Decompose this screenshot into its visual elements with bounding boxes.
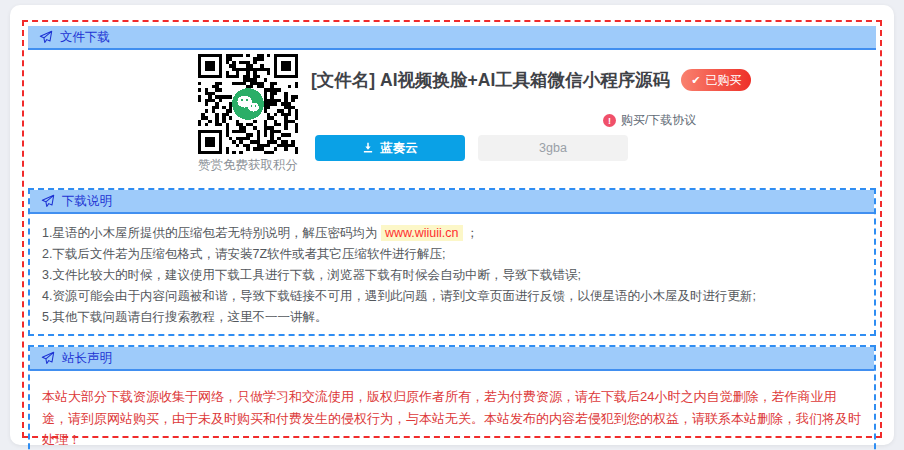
download-notes-body: 1.星语的小木屋所提供的压缩包若无特别说明，解压密码均为 www.wiiuii.… [30, 214, 874, 334]
qr-code [198, 54, 298, 154]
section-title: 站长声明 [62, 350, 112, 367]
section-title: 下载说明 [62, 193, 112, 210]
note-text: ； [463, 226, 479, 240]
download-button-lanzou[interactable]: 蓝奏云 [315, 135, 465, 161]
paper-plane-icon [41, 351, 55, 365]
info-icon: ! [603, 114, 616, 127]
download-notes-list: 1.星语的小木屋所提供的压缩包若无特别说明，解压密码均为 www.wiiuii.… [42, 223, 862, 328]
section-header-webmaster-statement: 站长声明 [30, 347, 874, 371]
list-item: 4.资源可能会由于内容问题被和谐，导致下载链接不可用，遇到此问题，请到文章页面进… [42, 286, 862, 307]
password-site-link[interactable]: www.wiiuii.cn [381, 225, 463, 241]
list-item: 3.文件比较大的时候，建议使用下载工具进行下载，浏览器下载有时候会自动中断，导致… [42, 265, 862, 286]
qr-block: 赞赏免费获取积分 [196, 54, 300, 174]
file-title: [文件名] AI视频换脸+AI工具箱微信小程序源码 [311, 68, 670, 92]
qr-caption: 赞赏免费获取积分 [196, 157, 300, 174]
download-button-3gba[interactable]: 3gba [478, 135, 628, 161]
section-header-file-download: 文件下载 [28, 26, 876, 50]
download-page-container: 文件下载 赞赏免费获取积分 [文件名] AI视频换脸+AI工具箱微信小程序源码 … [22, 20, 882, 438]
webmaster-statement-section: 站长声明 本站大部分下载资源收集于网络，只做学习和交流使用，版权归原作者所有，若… [28, 345, 876, 450]
list-item: 2.下载后文件若为压缩包格式，请安装7Z软件或者其它压缩软件进行解压; [42, 244, 862, 265]
download-notes-section: 下载说明 1.星语的小木屋所提供的压缩包若无特别说明，解压密码均为 www.wi… [28, 188, 876, 336]
page-card: 文件下载 赞赏免费获取积分 [文件名] AI视频换脸+AI工具箱微信小程序源码 … [10, 5, 894, 445]
paper-plane-icon [39, 30, 53, 44]
section-header-download-notes: 下载说明 [30, 190, 874, 214]
note-text: 1.星语的小木屋所提供的压缩包若无特别说明，解压密码均为 [42, 226, 381, 240]
list-item: 5.其他下载问题请自行搜索教程，这里不一一讲解。 [42, 307, 862, 328]
purchased-badge: ✔ 已购买 [681, 69, 751, 91]
paper-plane-icon [41, 194, 55, 208]
download-icon [362, 142, 374, 154]
check-icon: ✔ [691, 74, 700, 87]
file-download-body: 赞赏免费获取积分 [文件名] AI视频换脸+AI工具箱微信小程序源码 ✔ 已购买… [28, 50, 876, 180]
purchase-agreement-link[interactable]: ! 购买/下载协议 [603, 112, 696, 129]
download-button-label: 3gba [539, 141, 567, 155]
file-title-row: [文件名] AI视频换脸+AI工具箱微信小程序源码 ✔ 已购买 [311, 68, 751, 92]
section-title: 文件下载 [60, 29, 110, 46]
download-buttons-row: 蓝奏云 3gba [315, 135, 628, 161]
download-button-label: 蓝奏云 [380, 140, 418, 157]
webmaster-statement-text: 本站大部分下载资源收集于网络，只做学习和交流使用，版权归原作者所有，若为付费资源… [30, 371, 874, 450]
list-item: 1.星语的小木屋所提供的压缩包若无特别说明，解压密码均为 www.wiiuii.… [42, 223, 862, 244]
purchase-agreement-label: 购买/下载协议 [621, 112, 696, 129]
purchased-badge-label: 已购买 [705, 72, 741, 89]
